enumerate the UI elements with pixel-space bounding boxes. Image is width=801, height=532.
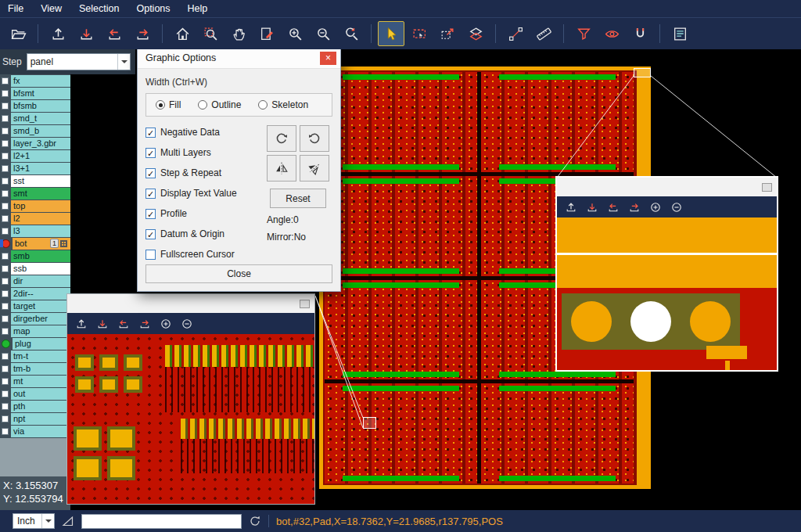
layer-label[interactable]: layer_3.gbr bbox=[11, 138, 70, 149]
layer-label[interactable]: bfsmb bbox=[11, 100, 70, 112]
layer-label[interactable]: pth bbox=[11, 401, 70, 412]
layer-row-out[interactable]: out bbox=[0, 387, 70, 400]
layer-label[interactable]: l2 bbox=[11, 213, 70, 225]
checkbox-negative-data[interactable]: Negative Data bbox=[145, 127, 264, 138]
dialog-titlebar[interactable]: Graphic Options × bbox=[138, 48, 340, 69]
menu-file[interactable]: File bbox=[8, 3, 23, 14]
layer-row-sst[interactable]: sst bbox=[0, 174, 70, 187]
layer-label[interactable]: dirgerber bbox=[11, 313, 70, 325]
layer-row-bot[interactable]: bot1 bbox=[0, 237, 70, 250]
layer-label[interactable]: map bbox=[11, 325, 70, 337]
magnifier-right-menu-button[interactable] bbox=[762, 183, 772, 192]
checkbox-display-text-value[interactable]: Display Text Value bbox=[145, 188, 264, 199]
radio-fill[interactable]: Fill bbox=[156, 99, 181, 110]
layer-checkbox[interactable] bbox=[2, 140, 9, 147]
layer-row-dir[interactable]: dir bbox=[0, 275, 70, 287]
layer-label[interactable]: smd_b bbox=[11, 125, 70, 137]
magnifier-right-titlebar[interactable] bbox=[557, 178, 777, 196]
export-right-button[interactable] bbox=[136, 315, 153, 332]
layer-label[interactable]: npt bbox=[11, 413, 70, 425]
layer-row-l3+1[interactable]: l3+1 bbox=[0, 162, 70, 174]
menu-view[interactable]: View bbox=[41, 3, 62, 14]
magnifier-right-view[interactable] bbox=[557, 217, 777, 370]
layer-label[interactable]: bfsmt bbox=[11, 88, 70, 99]
unit-select[interactable]: Inch bbox=[13, 513, 55, 529]
layer-row-smb[interactable]: smb bbox=[0, 250, 70, 262]
layer-label[interactable]: plug bbox=[13, 338, 70, 350]
checkbox-profile[interactable]: Profile bbox=[145, 208, 264, 219]
layer-checkbox[interactable] bbox=[2, 178, 9, 185]
layer-label[interactable]: 2dir-- bbox=[11, 288, 70, 300]
export-right-button[interactable] bbox=[129, 21, 156, 46]
layer-checkbox[interactable] bbox=[2, 228, 9, 235]
import-up-button[interactable] bbox=[73, 315, 90, 332]
layer-checkbox[interactable] bbox=[2, 265, 9, 272]
zoom-out-button[interactable] bbox=[310, 21, 336, 46]
eye-button[interactable] bbox=[598, 21, 625, 46]
checkbox-datum-origin[interactable]: Datum & Origin bbox=[145, 228, 264, 239]
magnet-button[interactable] bbox=[627, 21, 653, 46]
magnifier-left-titlebar[interactable] bbox=[67, 294, 314, 313]
reset-button[interactable]: Reset bbox=[270, 189, 326, 208]
layer-checkbox[interactable] bbox=[2, 303, 9, 310]
layer-checkbox[interactable] bbox=[2, 390, 9, 397]
radio-outline[interactable]: Outline bbox=[198, 99, 241, 110]
layer-label[interactable]: bot1 bbox=[13, 238, 70, 250]
layer-label[interactable]: tm-b bbox=[11, 363, 70, 375]
layer-label[interactable]: fx bbox=[11, 75, 70, 87]
layer-row-target[interactable]: target bbox=[0, 300, 70, 312]
layer-checkbox[interactable] bbox=[2, 165, 9, 172]
layer-label[interactable]: mt bbox=[11, 376, 70, 387]
home-button[interactable] bbox=[169, 21, 196, 46]
mirror-horizontal-button[interactable] bbox=[267, 155, 296, 182]
layer-label[interactable]: smb bbox=[11, 250, 70, 262]
menu-options[interactable]: Options bbox=[136, 3, 170, 14]
layer-label[interactable]: smt bbox=[11, 188, 70, 200]
radio-skeleton[interactable]: Skeleton bbox=[258, 99, 308, 110]
layer-label[interactable]: smd_t bbox=[11, 113, 70, 124]
layer-label[interactable]: tm-t bbox=[11, 350, 70, 362]
layer-row-ssb[interactable]: ssb bbox=[0, 262, 70, 275]
import-left-button[interactable] bbox=[101, 21, 128, 46]
layer-row-smd_b[interactable]: smd_b bbox=[0, 124, 70, 137]
import-down-button[interactable] bbox=[94, 315, 111, 332]
import-left-button[interactable] bbox=[605, 199, 622, 216]
report-button[interactable] bbox=[666, 21, 693, 46]
layer-row-l2[interactable]: l2 bbox=[0, 212, 70, 225]
layer-label[interactable]: l3 bbox=[11, 225, 70, 237]
layer-row-layer_3.gbr[interactable]: layer_3.gbr bbox=[0, 137, 70, 149]
layer-checkbox[interactable] bbox=[2, 378, 9, 385]
layer-checkbox[interactable] bbox=[2, 415, 9, 422]
mirror-diagonal-button[interactable] bbox=[300, 155, 329, 182]
checkbox-step-repeat[interactable]: Step & Repeat bbox=[145, 167, 264, 178]
layer-row-via[interactable]: via bbox=[0, 425, 70, 437]
layer-label[interactable]: top bbox=[11, 200, 70, 212]
layer-checkbox[interactable] bbox=[2, 328, 9, 335]
dialog-close-button[interactable]: Close bbox=[145, 264, 332, 283]
menu-selection[interactable]: Selection bbox=[79, 3, 119, 14]
ruler-button[interactable] bbox=[530, 21, 557, 46]
filter-button[interactable] bbox=[570, 21, 597, 46]
zoom-region-button[interactable] bbox=[197, 21, 224, 46]
note-edit-button[interactable] bbox=[253, 21, 280, 46]
layer-row-bfsmt[interactable]: bfsmt bbox=[0, 87, 70, 99]
layer-row-top[interactable]: top bbox=[0, 200, 70, 212]
layer-label[interactable]: ssb bbox=[11, 263, 70, 275]
pan-hand-button[interactable] bbox=[225, 21, 252, 46]
select-cursor-button[interactable] bbox=[378, 21, 404, 46]
layer-checkbox[interactable] bbox=[2, 203, 9, 210]
layer-row-smt[interactable]: smt bbox=[0, 187, 70, 200]
layer-label[interactable]: out bbox=[11, 388, 70, 400]
layer-row-tm-b[interactable]: tm-b bbox=[0, 362, 70, 375]
circle-plus-button[interactable] bbox=[157, 315, 174, 332]
green-dot-indicator[interactable] bbox=[2, 340, 10, 348]
layer-label[interactable]: sst bbox=[11, 175, 70, 187]
layer-checkbox[interactable] bbox=[2, 77, 9, 84]
open-folder-button[interactable] bbox=[5, 21, 31, 46]
command-input[interactable] bbox=[81, 514, 242, 529]
magnifier-left-menu-button[interactable] bbox=[300, 300, 310, 308]
layer-label[interactable]: dir bbox=[11, 275, 70, 287]
layers-compare-button[interactable] bbox=[462, 21, 489, 46]
import-up-button[interactable] bbox=[562, 199, 580, 216]
circle-minus-button[interactable] bbox=[178, 315, 196, 332]
